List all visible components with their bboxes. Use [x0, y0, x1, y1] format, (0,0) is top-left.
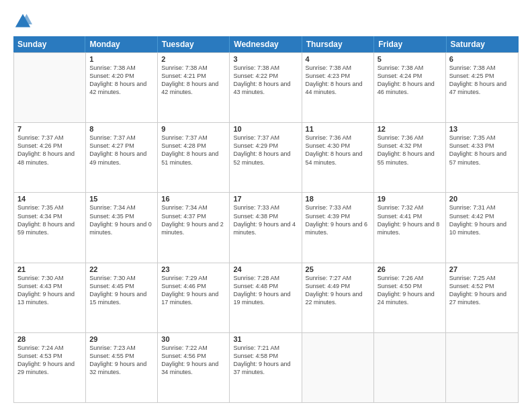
day-number: 11: [306, 125, 370, 133]
calendar-cell: 18Sunrise: 7:33 AM Sunset: 4:39 PM Dayli…: [302, 193, 374, 262]
day-number: 19: [378, 195, 442, 203]
header-day-sunday: Sunday: [13, 36, 85, 52]
day-number: 27: [449, 265, 515, 273]
calendar: SundayMondayTuesdayWednesdayThursdayFrid…: [13, 36, 519, 403]
day-info: Sunrise: 7:38 AM Sunset: 4:24 PM Dayligh…: [378, 64, 442, 97]
calendar-cell: 6Sunrise: 7:38 AM Sunset: 4:25 PM Daylig…: [446, 53, 518, 122]
calendar-week-5: 28Sunrise: 7:24 AM Sunset: 4:53 PM Dayli…: [14, 332, 518, 402]
header-day-saturday: Saturday: [447, 36, 519, 52]
day-info: Sunrise: 7:22 AM Sunset: 4:56 PM Dayligh…: [161, 344, 226, 377]
calendar-cell: 23Sunrise: 7:29 AM Sunset: 4:46 PM Dayli…: [158, 263, 230, 332]
day-info: Sunrise: 7:35 AM Sunset: 4:33 PM Dayligh…: [449, 134, 515, 167]
day-number: 13: [449, 125, 515, 133]
day-info: Sunrise: 7:37 AM Sunset: 4:27 PM Dayligh…: [89, 134, 154, 167]
day-number: 5: [378, 55, 442, 63]
calendar-cell: 5Sunrise: 7:38 AM Sunset: 4:24 PM Daylig…: [374, 53, 446, 122]
day-number: 22: [89, 265, 154, 273]
logo-icon: [13, 12, 32, 31]
day-number: 10: [233, 125, 298, 133]
day-info: Sunrise: 7:37 AM Sunset: 4:29 PM Dayligh…: [233, 134, 298, 167]
day-number: 4: [306, 55, 370, 63]
calendar-cell: 2Sunrise: 7:38 AM Sunset: 4:21 PM Daylig…: [158, 53, 230, 122]
header-day-thursday: Thursday: [302, 36, 374, 52]
calendar-week-2: 7Sunrise: 7:37 AM Sunset: 4:26 PM Daylig…: [14, 122, 518, 192]
calendar-cell: 24Sunrise: 7:28 AM Sunset: 4:48 PM Dayli…: [230, 263, 302, 332]
calendar-cell: 10Sunrise: 7:37 AM Sunset: 4:29 PM Dayli…: [230, 123, 302, 192]
calendar-cell: 25Sunrise: 7:27 AM Sunset: 4:49 PM Dayli…: [302, 263, 374, 332]
day-info: Sunrise: 7:21 AM Sunset: 4:58 PM Dayligh…: [233, 344, 298, 377]
day-info: Sunrise: 7:27 AM Sunset: 4:49 PM Dayligh…: [306, 274, 370, 307]
day-info: Sunrise: 7:35 AM Sunset: 4:34 PM Dayligh…: [17, 203, 82, 236]
calendar-cell: 13Sunrise: 7:35 AM Sunset: 4:33 PM Dayli…: [446, 123, 518, 192]
day-info: Sunrise: 7:24 AM Sunset: 4:53 PM Dayligh…: [17, 344, 82, 377]
day-number: 25: [306, 265, 370, 273]
calendar-cell: 4Sunrise: 7:38 AM Sunset: 4:23 PM Daylig…: [302, 53, 374, 122]
calendar-cell: 7Sunrise: 7:37 AM Sunset: 4:26 PM Daylig…: [14, 123, 86, 192]
day-info: Sunrise: 7:36 AM Sunset: 4:32 PM Dayligh…: [378, 134, 442, 167]
day-info: Sunrise: 7:31 AM Sunset: 4:42 PM Dayligh…: [449, 203, 515, 236]
page: SundayMondayTuesdayWednesdayThursdayFrid…: [0, 0, 532, 411]
day-number: 6: [449, 55, 515, 63]
day-info: Sunrise: 7:38 AM Sunset: 4:22 PM Dayligh…: [233, 64, 298, 97]
calendar-cell: [446, 333, 518, 402]
day-info: Sunrise: 7:28 AM Sunset: 4:48 PM Dayligh…: [233, 274, 298, 307]
day-number: 12: [378, 125, 442, 133]
calendar-cell: 8Sunrise: 7:37 AM Sunset: 4:27 PM Daylig…: [86, 123, 158, 192]
calendar-cell: 30Sunrise: 7:22 AM Sunset: 4:56 PM Dayli…: [158, 333, 230, 402]
day-number: 23: [161, 265, 226, 273]
calendar-cell: 9Sunrise: 7:37 AM Sunset: 4:28 PM Daylig…: [158, 123, 230, 192]
calendar-cell: 19Sunrise: 7:32 AM Sunset: 4:41 PM Dayli…: [374, 193, 446, 262]
day-info: Sunrise: 7:34 AM Sunset: 4:37 PM Dayligh…: [161, 203, 226, 236]
day-info: Sunrise: 7:38 AM Sunset: 4:20 PM Dayligh…: [89, 64, 154, 97]
calendar-header: SundayMondayTuesdayWednesdayThursdayFrid…: [13, 36, 519, 52]
header-day-monday: Monday: [85, 36, 157, 52]
calendar-week-3: 14Sunrise: 7:35 AM Sunset: 4:34 PM Dayli…: [14, 192, 518, 262]
day-info: Sunrise: 7:38 AM Sunset: 4:21 PM Dayligh…: [161, 64, 226, 97]
calendar-cell: 14Sunrise: 7:35 AM Sunset: 4:34 PM Dayli…: [14, 193, 86, 262]
day-number: 9: [161, 125, 226, 133]
header-day-friday: Friday: [374, 36, 446, 52]
calendar-cell: 31Sunrise: 7:21 AM Sunset: 4:58 PM Dayli…: [230, 333, 302, 402]
calendar-cell: [14, 53, 86, 122]
day-info: Sunrise: 7:34 AM Sunset: 4:35 PM Dayligh…: [89, 203, 154, 236]
calendar-week-4: 21Sunrise: 7:30 AM Sunset: 4:43 PM Dayli…: [14, 263, 518, 332]
calendar-cell: [302, 333, 374, 402]
day-number: 28: [17, 335, 82, 343]
day-info: Sunrise: 7:38 AM Sunset: 4:23 PM Dayligh…: [306, 64, 370, 97]
calendar-cell: 15Sunrise: 7:34 AM Sunset: 4:35 PM Dayli…: [86, 193, 158, 262]
calendar-cell: 1Sunrise: 7:38 AM Sunset: 4:20 PM Daylig…: [86, 53, 158, 122]
day-number: 21: [17, 265, 82, 273]
calendar-cell: 16Sunrise: 7:34 AM Sunset: 4:37 PM Dayli…: [158, 193, 230, 262]
calendar-cell: 22Sunrise: 7:30 AM Sunset: 4:45 PM Dayli…: [86, 263, 158, 332]
day-number: 7: [17, 125, 82, 133]
day-number: 29: [89, 335, 154, 343]
day-info: Sunrise: 7:30 AM Sunset: 4:45 PM Dayligh…: [89, 274, 154, 307]
calendar-cell: 21Sunrise: 7:30 AM Sunset: 4:43 PM Dayli…: [14, 263, 86, 332]
day-number: 14: [17, 195, 82, 203]
header: [13, 12, 519, 31]
day-info: Sunrise: 7:23 AM Sunset: 4:55 PM Dayligh…: [89, 344, 154, 377]
day-info: Sunrise: 7:33 AM Sunset: 4:38 PM Dayligh…: [233, 203, 298, 236]
day-info: Sunrise: 7:30 AM Sunset: 4:43 PM Dayligh…: [17, 274, 82, 307]
day-number: 1: [89, 55, 154, 63]
day-info: Sunrise: 7:32 AM Sunset: 4:41 PM Dayligh…: [378, 203, 442, 236]
calendar-cell: 20Sunrise: 7:31 AM Sunset: 4:42 PM Dayli…: [446, 193, 518, 262]
day-number: 17: [233, 195, 298, 203]
header-day-tuesday: Tuesday: [158, 36, 230, 52]
day-info: Sunrise: 7:36 AM Sunset: 4:30 PM Dayligh…: [306, 134, 370, 167]
calendar-cell: 28Sunrise: 7:24 AM Sunset: 4:53 PM Dayli…: [14, 333, 86, 402]
header-day-wednesday: Wednesday: [230, 36, 302, 52]
day-number: 3: [233, 55, 298, 63]
day-number: 16: [161, 195, 226, 203]
calendar-cell: 11Sunrise: 7:36 AM Sunset: 4:30 PM Dayli…: [302, 123, 374, 192]
calendar-cell: [374, 333, 446, 402]
day-info: Sunrise: 7:37 AM Sunset: 4:26 PM Dayligh…: [17, 134, 82, 167]
calendar-body: 1Sunrise: 7:38 AM Sunset: 4:20 PM Daylig…: [13, 52, 519, 403]
calendar-week-1: 1Sunrise: 7:38 AM Sunset: 4:20 PM Daylig…: [14, 52, 518, 122]
day-number: 31: [233, 335, 298, 343]
day-number: 24: [233, 265, 298, 273]
day-info: Sunrise: 7:37 AM Sunset: 4:28 PM Dayligh…: [161, 134, 226, 167]
day-number: 26: [378, 265, 442, 273]
day-number: 18: [306, 195, 370, 203]
calendar-cell: 29Sunrise: 7:23 AM Sunset: 4:55 PM Dayli…: [86, 333, 158, 402]
